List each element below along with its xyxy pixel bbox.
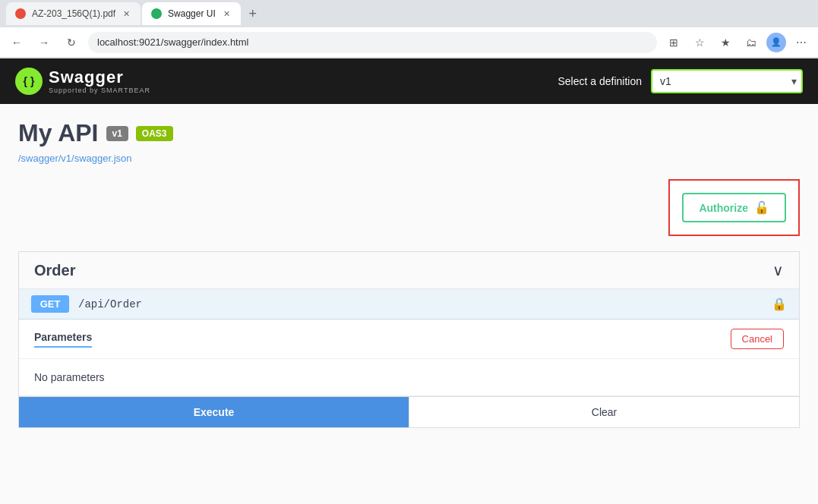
back-button[interactable]: ← (6, 32, 27, 53)
forward-button[interactable]: → (33, 32, 55, 53)
tab-label-swagger: Swagger UI (168, 8, 216, 19)
section-header-order[interactable]: Order ∨ (19, 252, 799, 289)
swagger-title: Swagger (49, 68, 150, 87)
swagger-subtitle: Supported by SMARTBEAR (49, 87, 150, 94)
tab-favicon-pdf (15, 8, 26, 19)
authorize-highlight: Authorize 🔓 (668, 179, 800, 236)
swagger-header: { } Swagger Supported by SMARTBEAR Selec… (0, 58, 818, 104)
authorize-button-label: Authorize (699, 202, 748, 214)
tab-close-swagger[interactable]: ✕ (222, 8, 232, 20)
definition-select[interactable]: v1 v2 (651, 69, 803, 93)
endpoint-body: Parameters Cancel No parameters Execute … (19, 320, 799, 427)
tab-label-pdf: AZ-203_156Q(1).pdf (32, 8, 115, 19)
browser-actions: ⊞ ☆ ★ 🗂 👤 ⋯ (663, 32, 812, 53)
swagger-logo: { } Swagger Supported by SMARTBEAR (15, 68, 150, 95)
more-button[interactable]: ⋯ (791, 32, 812, 53)
new-tab-button[interactable]: + (242, 3, 264, 24)
api-title-row: My API v1 OAS3 (18, 119, 800, 147)
api-title: My API (18, 119, 99, 147)
swagger-logo-icon: { } (15, 68, 43, 95)
tab-bar: AZ-203_156Q(1).pdf ✕ Swagger UI ✕ + (0, 0, 818, 27)
swagger-icon-text: { } (24, 75, 35, 87)
execute-button[interactable]: Execute (19, 397, 409, 427)
params-title: Parameters (34, 331, 92, 348)
api-spec-link[interactable]: /swagger/v1/swagger.json (18, 153, 132, 164)
tab-favicon-swagger (151, 8, 162, 19)
badge-v1: v1 (106, 126, 128, 141)
endpoint-section-order: Order ∨ GET /api/Order 🔒 Parameters Canc… (18, 251, 800, 428)
tab-pdf[interactable]: AZ-203_156Q(1).pdf ✕ (6, 2, 141, 25)
tab-close-pdf[interactable]: ✕ (122, 8, 131, 20)
split-screen-button[interactable]: ⊞ (663, 32, 684, 53)
no-params-text: No parameters (19, 359, 799, 396)
reload-button[interactable]: ↻ (61, 32, 82, 53)
browser-chrome: AZ-203_156Q(1).pdf ✕ Swagger UI ✕ + ← → … (0, 0, 818, 58)
profile-avatar[interactable]: 👤 (766, 33, 786, 52)
clear-button[interactable]: Clear (409, 397, 799, 427)
params-header: Parameters Cancel (19, 320, 799, 359)
favorites-button[interactable]: ★ (715, 32, 736, 53)
definition-select-wrapper: v1 v2 ▾ (651, 69, 803, 93)
tab-swagger[interactable]: Swagger UI ✕ (142, 2, 241, 25)
endpoint-lock-icon: 🔒 (772, 297, 787, 311)
action-bar: Execute Clear (19, 396, 799, 427)
swagger-content: My API v1 OAS3 /swagger/v1/swagger.json … (0, 104, 818, 451)
bookmark-button[interactable]: ☆ (689, 32, 710, 53)
badge-oas3: OAS3 (136, 126, 173, 141)
collections-button[interactable]: 🗂 (741, 32, 762, 53)
cancel-button[interactable]: Cancel (731, 329, 784, 349)
authorize-button[interactable]: Authorize 🔓 (682, 193, 786, 222)
section-title-order: Order (34, 262, 75, 279)
api-info: My API v1 OAS3 /swagger/v1/swagger.json (18, 119, 800, 164)
swagger-logo-text: Swagger Supported by SMARTBEAR (49, 68, 150, 94)
authorize-area: Authorize 🔓 (18, 179, 800, 236)
address-input[interactable] (88, 32, 657, 53)
definition-selector: Select a definition v1 v2 ▾ (557, 69, 803, 93)
endpoint-path: /api/Order (78, 298, 763, 310)
lock-icon: 🔓 (754, 200, 769, 215)
endpoint-row-get-order[interactable]: GET /api/Order 🔒 (19, 289, 799, 320)
method-badge-get: GET (31, 295, 69, 313)
chevron-down-icon: ∨ (772, 261, 784, 279)
definition-label: Select a definition (557, 75, 642, 87)
address-bar: ← → ↻ ⊞ ☆ ★ 🗂 👤 ⋯ (0, 27, 818, 58)
